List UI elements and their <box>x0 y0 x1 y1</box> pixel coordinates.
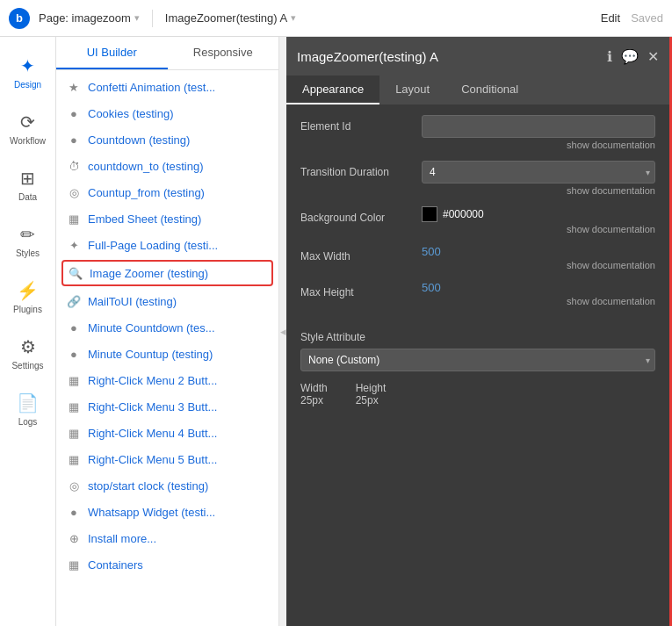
cookies-icon: ● <box>67 106 81 120</box>
max-height-right: 500 show documentation <box>422 281 655 306</box>
plugin-item-rightclick2[interactable]: ▦ Right-Click Menu 2 Butt... <box>56 367 278 393</box>
info-icon[interactable]: ℹ <box>607 48 612 65</box>
editor-content: Element Id show documentation Transition… <box>286 104 669 626</box>
background-color-doc-link[interactable]: show documentation <box>422 224 655 234</box>
sidebar-item-workflow-label: Workflow <box>10 136 46 146</box>
sidebar-item-settings-label: Settings <box>11 361 43 371</box>
max-width-value[interactable]: 500 <box>422 245 441 258</box>
max-width-doc-link[interactable]: show documentation <box>422 260 655 270</box>
plugin-item-countdown-to[interactable]: ⏱ countdown_to (testing) <box>56 153 278 179</box>
element-id-doc-link[interactable]: show documentation <box>422 140 655 150</box>
transition-duration-label: Transition Duration <box>300 161 415 178</box>
stopstart-icon: ◎ <box>67 478 81 493</box>
plugin-item-countdown[interactable]: ● Countdown (testing) <box>56 126 278 153</box>
tab-appearance[interactable]: Appearance <box>286 76 379 104</box>
sidebar-item-workflow[interactable]: ⟳ Workflow <box>0 100 56 156</box>
plugin-item-stopstart[interactable]: ◎ stop/start clock (testing) <box>56 472 278 499</box>
sidebar-item-logs[interactable]: 📄 Logs <box>0 381 56 437</box>
plugin-item-minute-countdown[interactable]: ● Minute Countdown (tes... <box>56 314 278 341</box>
sidebar-item-data-label: Data <box>18 192 37 202</box>
comment-icon[interactable]: 💬 <box>621 48 639 65</box>
plugin-item-full-page[interactable]: ✦ Full-Page Loading (testi... <box>56 232 278 258</box>
page-selector[interactable]: Page: imagezoom ▾ <box>39 11 140 25</box>
max-height-doc-link[interactable]: show documentation <box>422 296 655 306</box>
countdown-to-icon: ⏱ <box>67 159 81 173</box>
transition-duration-doc-link[interactable]: show documentation <box>422 185 655 196</box>
plugin-item-confetti[interactable]: ★ Confetti Animation (test... <box>56 74 278 100</box>
style-attribute-select[interactable]: None (Custom) <box>300 349 655 371</box>
transition-duration-select[interactable]: 4 <box>422 161 655 183</box>
minute-countup-icon: ● <box>67 347 81 361</box>
plugin-selector[interactable]: ImageZoomer(testing) A ▾ <box>165 11 592 25</box>
color-row: #000000 <box>422 206 655 222</box>
confetti-icon: ★ <box>67 80 81 94</box>
edit-button[interactable]: Edit <box>601 11 620 25</box>
transition-duration-select-wrapper: 4 ▾ <box>422 161 655 183</box>
plugin-chevron-icon: ▾ <box>291 12 296 24</box>
saved-status: Saved <box>631 11 663 25</box>
sidebar-item-data[interactable]: ⊞ Data <box>0 156 56 212</box>
spacer <box>300 317 655 331</box>
color-swatch[interactable] <box>422 206 437 222</box>
plugin-item-minute-countup[interactable]: ● Minute Countup (testing) <box>56 341 278 367</box>
resize-handle[interactable]: ◂ <box>279 37 286 626</box>
plugin-item-install-more[interactable]: ⊕ Install more... <box>56 525 278 551</box>
field-background-color: Background Color #000000 show documentat… <box>300 206 655 234</box>
styles-icon: ✏ <box>20 224 35 245</box>
plugin-item-mailtoui[interactable]: 🔗 MailToUI (testing) <box>56 288 278 314</box>
sidebar-item-styles[interactable]: ✏ Styles <box>0 212 56 269</box>
app-logo[interactable]: b <box>9 8 30 29</box>
editor-wrapper: ImageZoomer(testing) A ℹ 💬 ✕ Appearance … <box>286 37 672 626</box>
field-transition-duration: Transition Duration 4 ▾ show documentati… <box>300 161 655 196</box>
design-icon: ✦ <box>20 55 35 76</box>
editor-tabs: Appearance Layout Conditional <box>286 76 669 104</box>
plugin-item-countup-from[interactable]: ◎ Countup_from (testing) <box>56 179 278 205</box>
tab-layout[interactable]: Layout <box>379 76 445 104</box>
sidebar-item-design-label: Design <box>14 80 41 90</box>
element-id-label: Element Id <box>300 115 415 133</box>
sidebar-item-styles-label: Styles <box>16 248 40 258</box>
plugin-item-rightclick3[interactable]: ▦ Right-Click Menu 3 Butt... <box>56 393 278 420</box>
width-item: Width 25px <box>300 382 328 407</box>
countdown-icon: ● <box>67 133 81 147</box>
element-id-right: show documentation <box>422 115 655 150</box>
embed-sheet-icon: ▦ <box>67 212 81 226</box>
tab-conditional[interactable]: Conditional <box>445 76 534 104</box>
top-bar-actions: Edit Saved <box>601 11 663 25</box>
width-label: Width <box>300 382 328 394</box>
close-icon[interactable]: ✕ <box>647 48 659 65</box>
sidebar-item-design[interactable]: ✦ Design <box>0 44 56 100</box>
plugin-item-cookies[interactable]: ● Cookies (testing) <box>56 100 278 126</box>
plugin-item-image-zoomer[interactable]: 🔍 Image Zoomer (testing) <box>61 260 273 286</box>
sidebar-item-settings[interactable]: ⚙ Settings <box>0 325 56 381</box>
style-attribute-label: Style Attribute <box>300 331 655 343</box>
plugin-item-rightclick4[interactable]: ▦ Right-Click Menu 4 Butt... <box>56 420 278 446</box>
style-attribute-select-wrapper: None (Custom) ▾ <box>300 349 655 371</box>
plugin-item-containers[interactable]: ▦ Containers <box>56 551 278 578</box>
rightclick5-icon: ▦ <box>67 452 81 466</box>
page-label: Page: imagezoom <box>39 11 131 25</box>
plugin-item-whatsapp[interactable]: ● Whatsapp Widget (testi... <box>56 499 278 525</box>
max-height-value[interactable]: 500 <box>422 281 441 294</box>
height-value: 25px <box>356 394 387 407</box>
plugin-item-rightclick5[interactable]: ▦ Right-Click Menu 5 Butt... <box>56 446 278 472</box>
tab-ui-builder[interactable]: UI Builder <box>56 37 168 69</box>
tab-responsive[interactable]: Responsive <box>168 37 279 69</box>
rightclick4-icon: ▦ <box>67 426 81 440</box>
plugins-icon: ⚡ <box>17 280 39 301</box>
editor-header: ImageZoomer(testing) A ℹ 💬 ✕ <box>286 37 669 76</box>
countup-from-icon: ◎ <box>67 185 81 199</box>
max-width-label: Max Width <box>300 245 415 263</box>
rightclick2-icon: ▦ <box>67 373 81 387</box>
top-bar-divider <box>152 10 153 27</box>
max-width-right: 500 show documentation <box>422 245 655 270</box>
element-id-input[interactable] <box>422 115 655 138</box>
minute-countdown-icon: ● <box>67 320 81 335</box>
plugin-list: ★ Confetti Animation (test... ● Cookies … <box>56 70 278 626</box>
plugin-item-embed-sheet[interactable]: ▦ Embed Sheet (testing) <box>56 205 278 232</box>
editor-header-icons: ℹ 💬 ✕ <box>607 48 659 65</box>
full-page-icon: ✦ <box>67 238 81 252</box>
page-chevron-icon: ▾ <box>134 12 140 24</box>
sidebar-item-plugins[interactable]: ⚡ Plugins <box>0 269 56 325</box>
transition-duration-right: 4 ▾ show documentation <box>422 161 655 196</box>
